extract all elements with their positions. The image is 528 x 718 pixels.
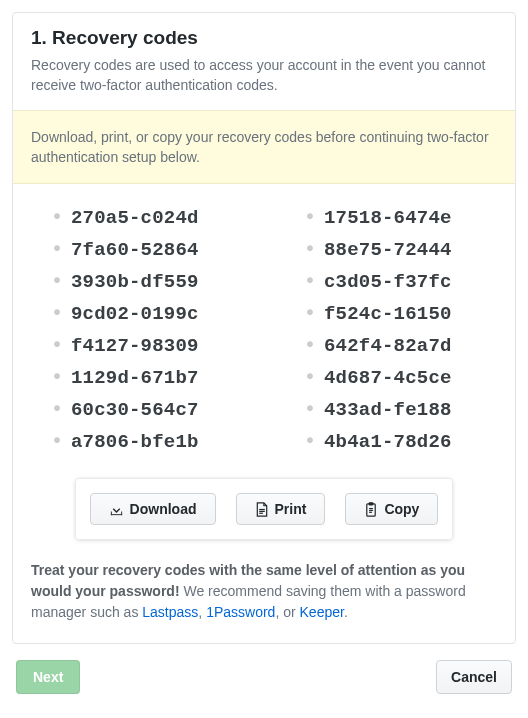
recovery-code: 17518-6474e: [324, 202, 497, 234]
download-label: Download: [130, 501, 197, 517]
recovery-code: 88e75-72444: [324, 234, 497, 266]
section-title: 1. Recovery codes: [31, 27, 497, 49]
warning-sep2: , or: [275, 604, 299, 620]
recovery-code: f4127-98309: [71, 330, 244, 362]
recovery-codes-panel: 1. Recovery codes Recovery codes are use…: [12, 12, 516, 644]
print-button[interactable]: Print: [236, 493, 326, 525]
recovery-code: 4d687-4c5ce: [324, 362, 497, 394]
print-label: Print: [275, 501, 307, 517]
warning-end: .: [344, 604, 348, 620]
recovery-code: 60c30-564c7: [71, 394, 244, 426]
recovery-code: 4b4a1-78d26: [324, 426, 497, 458]
section-description: Recovery codes are used to access your a…: [31, 55, 497, 96]
cancel-button[interactable]: Cancel: [436, 660, 512, 694]
panel-header: 1. Recovery codes Recovery codes are use…: [13, 13, 515, 110]
svg-rect-4: [370, 502, 374, 504]
recovery-code: a7806-bfe1b: [71, 426, 244, 458]
recovery-code: f524c-16150: [324, 298, 497, 330]
clipboard-icon: [364, 502, 378, 517]
copy-label: Copy: [384, 501, 419, 517]
recovery-code: 642f4-82a7d: [324, 330, 497, 362]
footer: Next Cancel: [12, 644, 516, 698]
file-icon: [255, 502, 269, 517]
recovery-code: 1129d-671b7: [71, 362, 244, 394]
recovery-code: 270a5-c024d: [71, 202, 244, 234]
recovery-code: 433ad-fe188: [324, 394, 497, 426]
recovery-code: c3d05-f37fc: [324, 266, 497, 298]
1password-link[interactable]: 1Password: [206, 604, 275, 620]
download-icon: [109, 502, 124, 517]
next-button[interactable]: Next: [16, 660, 80, 694]
codes-columns: 270a5-c024d 7fa60-52864 3930b-df559 9cd0…: [31, 202, 497, 470]
keeper-link[interactable]: Keeper: [300, 604, 344, 620]
warning-text: Treat your recovery codes with the same …: [13, 544, 515, 643]
lastpass-link[interactable]: Lastpass: [142, 604, 198, 620]
copy-button[interactable]: Copy: [345, 493, 438, 525]
codes-container: 270a5-c024d 7fa60-52864 3930b-df559 9cd0…: [13, 184, 515, 544]
warning-sep1: ,: [198, 604, 206, 620]
recovery-code: 7fa60-52864: [71, 234, 244, 266]
codes-column-right: 17518-6474e 88e75-72444 c3d05-f37fc f524…: [284, 202, 497, 458]
recovery-code: 9cd02-0199c: [71, 298, 244, 330]
action-button-row: Download Print Copy: [75, 478, 454, 540]
codes-column-left: 270a5-c024d 7fa60-52864 3930b-df559 9cd0…: [31, 202, 244, 458]
recovery-code: 3930b-df559: [71, 266, 244, 298]
notice-banner: Download, print, or copy your recovery c…: [13, 110, 515, 185]
download-button[interactable]: Download: [90, 493, 216, 525]
